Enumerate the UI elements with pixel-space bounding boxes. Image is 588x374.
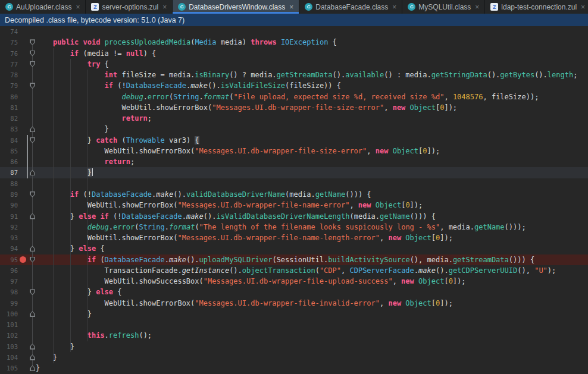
line-number[interactable]: 79 [0, 80, 18, 91]
code-text[interactable]: if (media != null) { [36, 48, 156, 59]
code-line-86[interactable]: 86 return; [0, 156, 588, 167]
code-line-80[interactable]: 80 debug.error(String.format("File uploa… [0, 92, 588, 102]
fold-down-icon[interactable] [30, 289, 35, 295]
code-line-76[interactable]: 76 if (media != null) { [0, 48, 588, 59]
code-line-98[interactable]: 98 } else { [0, 287, 588, 297]
code-line-103[interactable]: 103 } [0, 341, 588, 352]
close-icon[interactable]: × [581, 4, 585, 11]
tab-DatabaseFacade-class[interactable]: CDatabaseFacade.class× [299, 0, 402, 14]
tab-MySQLUtil-class[interactable]: CMySQLUtil.class× [402, 0, 485, 14]
fold-down-icon[interactable] [30, 61, 35, 67]
code-text[interactable]: WebUtil.showSuccessBox("Messages.UI.db-w… [36, 276, 466, 287]
fold-down-icon[interactable] [30, 51, 35, 56]
code-line-88[interactable]: 88 [0, 178, 588, 189]
line-number[interactable]: 76 [0, 48, 18, 59]
code-line-99[interactable]: 99 WebUtil.showErrorBox("Messages.UI.db-… [0, 298, 588, 309]
line-number[interactable]: 100 [0, 309, 18, 319]
fold-up-icon[interactable] [30, 169, 35, 175]
code-text[interactable]: if (!DatabaseFacade.make().validDatabase… [36, 189, 371, 200]
line-number[interactable]: 82 [0, 113, 18, 124]
code-line-97[interactable]: 97 WebUtil.showSuccessBox("Messages.UI.d… [0, 276, 588, 287]
code-text[interactable]: WebUtil.showErrorBox("Messages.UI.db-wra… [36, 200, 423, 210]
code-text[interactable]: } catch (Throwable var3) { [36, 135, 199, 146]
line-number[interactable]: 87 [0, 167, 18, 178]
code-text[interactable]: } else { [36, 243, 105, 254]
line-number[interactable]: 96 [0, 265, 18, 276]
fold-up-icon[interactable] [30, 354, 35, 360]
fold-up-icon[interactable] [30, 246, 35, 252]
code-line-75[interactable]: 75 public void processUploadedMedia(Medi… [0, 37, 588, 48]
line-number[interactable]: 95 [0, 254, 18, 265]
code-text[interactable]: } [36, 352, 57, 363]
code-text[interactable]: return; [36, 156, 135, 167]
code-line-100[interactable]: 100 } [0, 309, 588, 319]
fold-down-icon[interactable] [30, 39, 35, 45]
code-editor[interactable]: 7475 public void processUploadedMedia(Me… [0, 26, 588, 374]
line-number[interactable]: 105 [0, 363, 18, 373]
tab-DatabaseDriversWindow-class[interactable]: CDatabaseDriversWindow.class× [173, 0, 299, 14]
code-line-85[interactable]: 85 WebUtil.showErrorBox("Messages.UI.db-… [0, 146, 588, 156]
fold-up-icon[interactable] [30, 365, 35, 371]
line-number[interactable]: 92 [0, 222, 18, 232]
code-text[interactable]: } [36, 309, 92, 319]
code-line-105[interactable]: 105} [0, 363, 588, 373]
code-text[interactable]: if (!DatabaseFacade.make().isValidFileSi… [36, 80, 341, 91]
line-number[interactable]: 98 [0, 287, 18, 297]
tab-ldap-test-connection-zul[interactable]: Zldap-test-connection.zul× [485, 0, 588, 14]
line-number[interactable]: 74 [0, 26, 18, 37]
tab-server-options-zul[interactable]: Zserver-options.zul× [86, 0, 173, 14]
code-text[interactable]: WebUtil.showErrorBox("Messages.UI.db-wra… [36, 232, 453, 243]
code-line-82[interactable]: 82 return; [0, 113, 588, 124]
code-line-74[interactable]: 74 [0, 26, 588, 37]
line-number[interactable]: 97 [0, 276, 18, 287]
code-text[interactable]: WebUtil.showErrorBox("Messages.UI.db-wra… [36, 298, 453, 309]
code-line-101[interactable]: 101 [0, 319, 588, 330]
code-text[interactable]: } [36, 341, 74, 352]
line-number[interactable]: 86 [0, 156, 18, 167]
line-number[interactable]: 84 [0, 135, 18, 146]
code-text[interactable]: WebUtil.showErrorBox("Messages.UI.db-wra… [36, 102, 457, 113]
fold-up-icon[interactable] [30, 311, 35, 317]
code-text[interactable]: int fileSize = media.isBinary() ? media.… [36, 70, 577, 80]
code-line-83[interactable]: 83 } [0, 124, 588, 134]
code-text[interactable]: return; [36, 113, 152, 124]
code-line-94[interactable]: 94 } else { [0, 243, 588, 254]
code-text[interactable]: this.refresh(); [36, 330, 152, 341]
line-number[interactable]: 88 [0, 178, 18, 189]
code-line-90[interactable]: 90 WebUtil.showErrorBox("Messages.UI.db-… [0, 200, 588, 210]
code-line-96[interactable]: 96 TransactionFacade.getInstance().objec… [0, 265, 588, 276]
fold-up-icon[interactable] [30, 213, 35, 219]
close-icon[interactable]: × [392, 4, 396, 11]
line-number[interactable]: 77 [0, 59, 18, 70]
code-line-89[interactable]: 89 if (!DatabaseFacade.make().validDatab… [0, 189, 588, 200]
line-number[interactable]: 91 [0, 211, 18, 222]
code-line-87[interactable]: 87 } [0, 167, 588, 178]
line-number[interactable]: 80 [0, 92, 18, 102]
close-icon[interactable]: × [76, 4, 80, 11]
line-number[interactable]: 94 [0, 243, 18, 254]
code-line-102[interactable]: 102 this.refresh(); [0, 330, 588, 341]
code-text[interactable]: debug.error(String.format("File upload, … [36, 92, 539, 102]
code-text[interactable]: } [36, 124, 109, 134]
line-number[interactable]: 85 [0, 146, 18, 156]
code-text[interactable]: } [36, 363, 40, 373]
line-number[interactable]: 93 [0, 232, 18, 243]
fold-down-icon[interactable] [30, 257, 35, 263]
tab-AuUploader-class[interactable]: CAuUploader.class× [0, 0, 86, 14]
close-icon[interactable]: × [162, 4, 167, 11]
code-line-84[interactable]: 84 } catch (Throwable var3) { [0, 135, 588, 146]
code-line-77[interactable]: 77 try { [0, 59, 588, 70]
line-number[interactable]: 101 [0, 319, 18, 330]
code-text[interactable]: } [36, 167, 93, 178]
line-number[interactable]: 75 [0, 37, 18, 48]
code-line-93[interactable]: 93 WebUtil.showErrorBox("Messages.UI.db-… [0, 232, 588, 243]
code-line-79[interactable]: 79 if (!DatabaseFacade.make().isValidFil… [0, 80, 588, 91]
line-number[interactable]: 104 [0, 352, 18, 363]
code-text[interactable]: TransactionFacade.getInstance().objectTr… [36, 265, 556, 276]
line-number[interactable]: 89 [0, 189, 18, 200]
fold-up-icon[interactable] [30, 126, 35, 132]
close-icon[interactable]: × [475, 4, 479, 11]
code-text[interactable]: WebUtil.showErrorBox("Messages.UI.db-wra… [36, 146, 440, 156]
code-line-92[interactable]: 92 debug.error(String.format("The length… [0, 222, 588, 232]
code-text[interactable]: public void processUploadedMedia(Media m… [36, 37, 337, 48]
